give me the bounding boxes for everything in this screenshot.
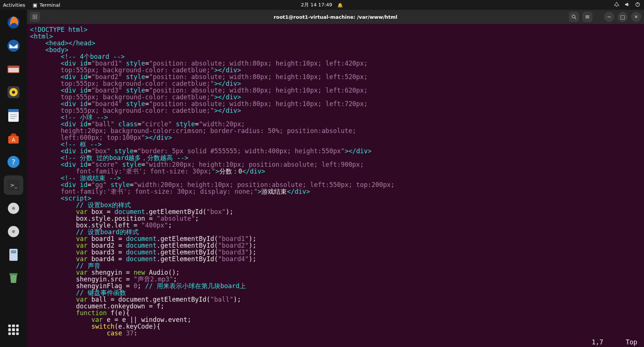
svg-point-0 [616,6,617,7]
svg-point-22 [12,207,15,210]
activities-button[interactable]: Activities [3,2,25,8]
hamburger-menu-button[interactable] [583,12,592,22]
titlebar: root1@root1-virtual-machine: /var/www/ht… [27,10,644,24]
svg-line-32 [575,18,576,19]
svg-point-4 [7,40,19,52]
dock-help[interactable]: ? [4,152,23,172]
network-icon [614,2,619,8]
window-title: root1@root1-virtual-machine: /var/www/ht… [274,14,397,20]
svg-rect-11 [8,109,19,112]
terminal-icon: ▣ [33,2,37,8]
notification-icon [337,2,343,8]
vim-status-line: 1,7 Top [592,339,637,346]
clock-text: 2月 14 17:49 [301,1,332,8]
dock-firefox[interactable] [4,13,23,32]
svg-text:?: ? [12,157,16,166]
svg-rect-6 [8,68,19,72]
svg-point-24 [12,230,15,233]
dock-disk1[interactable] [4,199,23,218]
svg-point-9 [12,91,15,94]
volume-icon [625,2,630,8]
dock-show-applications[interactable] [4,320,23,340]
power-icon [635,2,640,8]
dock-trash[interactable] [4,268,23,288]
svg-rect-27 [9,273,18,275]
dock-files[interactable] [4,59,23,79]
dock-removable[interactable] [4,245,23,265]
svg-rect-26 [11,250,16,253]
svg-text:A: A [12,137,15,143]
svg-text:>_: >_ [10,182,18,188]
search-button[interactable] [569,12,579,22]
dock-terminal[interactable]: >_ [4,175,23,195]
new-tab-button[interactable] [30,12,40,22]
apps-grid-icon [8,325,19,335]
panel-app-indicator[interactable]: ▣ Terminal [33,2,60,8]
dock-disk2[interactable] [4,222,23,241]
dock-writer[interactable] [4,106,23,125]
minimize-button[interactable]: ─ [604,12,614,22]
dock-thunderbird[interactable] [4,36,23,55]
dock-rhythmbox[interactable] [4,82,23,102]
svg-point-31 [572,15,575,18]
top-panel: Activities ▣ Terminal 2月 14 17:49 [0,0,644,10]
panel-clock[interactable]: 2月 14 17:49 [301,1,343,8]
dock: A ? >_ [0,10,27,347]
panel-app-name: Terminal [40,2,60,8]
terminal-window: root1@root1-virtual-machine: /var/www/ht… [27,10,644,347]
close-button[interactable]: ✕ [631,12,641,22]
maximize-button[interactable]: □ [618,12,628,22]
dock-software[interactable]: A [4,129,23,148]
cursor-position: 1,7 [592,339,604,346]
scroll-position: Top [626,339,637,346]
terminal-content[interactable]: <!DOCTYPE html> <html> <head></head> <bo… [27,24,644,347]
system-status-area[interactable] [614,2,640,8]
code-text: <!DOCTYPE html [30,26,84,33]
